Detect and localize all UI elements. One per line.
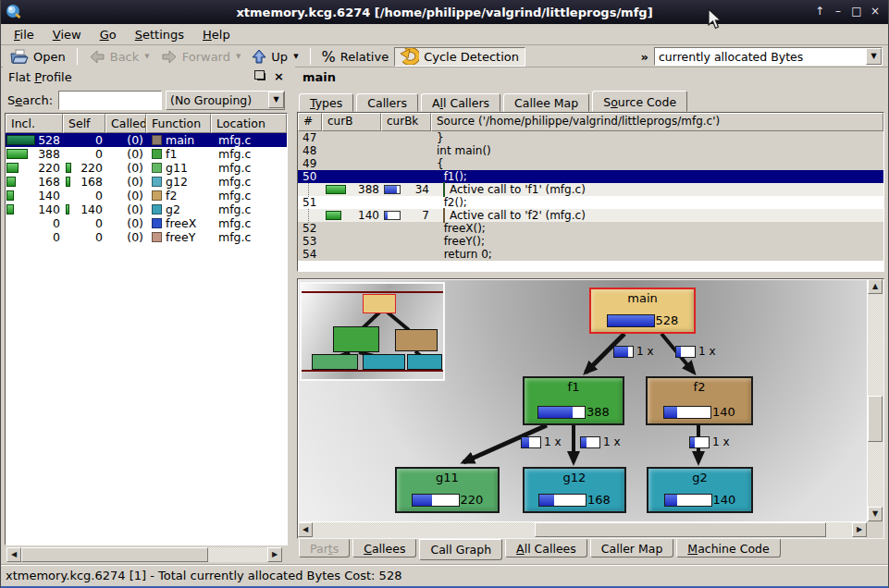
dock-close-icon[interactable]: ×	[274, 72, 284, 81]
overview-node-g11	[312, 354, 358, 370]
column-header-source[interactable]: Source ('/home/philippe/valgrind/littlep…	[431, 113, 883, 131]
open-button[interactable]: Open	[5, 47, 71, 67]
scrollbar-thumb[interactable]	[21, 547, 208, 562]
menu-settings[interactable]: Settings	[126, 26, 193, 43]
dock-float-icon[interactable]	[257, 73, 265, 80]
horizontal-scrollbar[interactable]: ◀ ▶	[298, 522, 867, 538]
graph-node-g2[interactable]: g2 140	[647, 467, 753, 513]
graph-node-g11[interactable]: g11 220	[395, 467, 500, 513]
toolbar-overflow-chevron[interactable]: »	[636, 50, 654, 64]
table-row[interactable]: 0 0 (0) freeX mfg.c	[6, 216, 287, 230]
table-row[interactable]: 168 168 (0) g12 mfg.c	[6, 175, 287, 189]
event-type-value: currently allocated Bytes	[655, 50, 866, 64]
chevron-down-icon[interactable]: ▼	[268, 92, 284, 108]
scroll-left-icon[interactable]: ◀	[298, 522, 313, 537]
event-type-select[interactable]: currently allocated Bytes ▼	[654, 47, 883, 66]
call-text: Active call to 'f2' (mfg.c)	[450, 209, 586, 222]
up-button[interactable]: Up ▼	[246, 47, 303, 67]
call-graph-canvas[interactable]: main 528 f1 388 f2 140 g11 220 g12 168	[299, 280, 867, 521]
scroll-down-icon[interactable]: ▼	[868, 507, 883, 521]
dock-header: Flat Profile ×	[3, 67, 290, 87]
chevron-down-icon[interactable]: ▼	[866, 48, 882, 65]
curbk-value: 7	[422, 209, 431, 222]
horizontal-scrollbar[interactable]: ◀ ▶	[6, 547, 282, 562]
table-row[interactable]: 220 220 (0) g11 mfg.c	[6, 161, 287, 175]
graph-overview-map[interactable]	[300, 282, 445, 381]
node-cost: 168	[587, 493, 611, 507]
scroll-left-icon[interactable]: ◀	[6, 547, 21, 562]
table-row[interactable]: 528 0 (0) main mfg.c	[6, 133, 287, 147]
maximize-button[interactable]: □	[849, 5, 864, 19]
back-button[interactable]: Back ▼	[83, 47, 155, 67]
menu-go[interactable]: Go	[91, 26, 126, 43]
column-header-function[interactable]: Function	[146, 114, 211, 133]
tab-parts[interactable]: Parts	[299, 539, 350, 557]
minimize-button[interactable]: –	[831, 5, 846, 19]
graph-node-g12[interactable]: g12 168	[523, 467, 626, 513]
scroll-up-icon[interactable]: ▲	[868, 279, 883, 294]
table-row[interactable]: 140 0 (0) f2 mfg.c	[6, 189, 287, 202]
menu-file[interactable]: File	[5, 26, 43, 43]
tab-all-callees[interactable]: All Callees	[505, 539, 587, 557]
table-row[interactable]: 0 0 (0) freeY mfg.c	[6, 230, 287, 244]
call-count: 1 x	[698, 345, 716, 358]
self-value: 0	[95, 230, 105, 244]
column-header-called[interactable]: Called	[105, 114, 146, 133]
tab-call-graph[interactable]: Call Graph	[419, 539, 502, 560]
source-call-line[interactable]: 140 7 Active call to 'f2' (mfg.c)	[298, 209, 883, 222]
scroll-right-icon[interactable]: ▶	[852, 522, 867, 537]
close-button[interactable]: ×	[868, 5, 883, 19]
table-row[interactable]: 140 140 (0) g2 mfg.c	[6, 202, 287, 216]
source-line[interactable]: 49{	[298, 157, 883, 170]
line-number: 50	[298, 170, 322, 183]
self-value: 220	[80, 161, 105, 175]
source-line[interactable]: 53 freeY();	[298, 235, 883, 248]
tab-callee-map[interactable]: Callee Map	[503, 93, 589, 112]
relative-button[interactable]: % Relative	[316, 47, 395, 67]
back-dropdown-icon[interactable]: ▼	[144, 53, 149, 60]
scrollbar-thumb[interactable]	[868, 396, 883, 442]
source-table-header: # curB curBk Source ('/home/philippe/val…	[298, 113, 883, 131]
tab-caller-map[interactable]: Caller Map	[590, 539, 674, 557]
up-dropdown-icon[interactable]: ▼	[293, 53, 298, 60]
column-header-location[interactable]: Location	[211, 114, 287, 133]
vertical-scrollbar[interactable]: ▲ ▼	[868, 279, 883, 521]
tab-callees[interactable]: Callees	[352, 539, 416, 557]
column-header-curbk[interactable]: curBk	[381, 113, 431, 131]
cycle-detection-button[interactable]: Cycle Detection	[394, 47, 525, 67]
source-line[interactable]: 51 f2();	[298, 196, 883, 209]
source-line[interactable]: 52 freeX();	[298, 222, 883, 235]
column-header-line[interactable]: #	[298, 113, 322, 131]
source-line[interactable]: 48int main()	[298, 144, 883, 157]
function-color-icon	[152, 204, 162, 214]
menu-view[interactable]: View	[43, 26, 91, 43]
called-value: (0)	[127, 202, 146, 216]
scroll-right-icon[interactable]: ▶	[267, 547, 282, 562]
graph-node-f1[interactable]: f1 388	[523, 376, 624, 425]
incl-bar	[6, 163, 19, 173]
scrollbar-thumb[interactable]	[535, 522, 826, 537]
shade-button[interactable]: ↑	[812, 5, 827, 19]
tab-all-callers[interactable]: All Callers	[421, 93, 500, 112]
graph-node-main[interactable]: main 528	[589, 288, 696, 334]
tab-machine-code[interactable]: Machine Code	[676, 539, 780, 557]
search-input[interactable]	[58, 91, 162, 110]
forward-button[interactable]: Forward ▼	[155, 47, 247, 67]
cycle-arrow-icon	[401, 48, 419, 65]
source-line-selected[interactable]: 50 f1();	[298, 170, 883, 183]
tab-types[interactable]: Types	[299, 93, 353, 112]
tab-callers[interactable]: Callers	[356, 93, 418, 112]
grouping-select[interactable]: (No Grouping) ▼	[166, 91, 285, 110]
source-line[interactable]: 47}	[298, 131, 883, 144]
column-header-incl[interactable]: Incl.	[6, 114, 63, 133]
node-label: g2	[692, 471, 708, 484]
table-row[interactable]: 388 0 (0) f1 mfg.c	[6, 147, 287, 161]
source-line[interactable]: 54 return 0;	[298, 248, 883, 261]
menu-help[interactable]: Help	[193, 26, 240, 43]
source-call-line[interactable]: 388 34 Active call to 'f1' (mfg.c)	[298, 183, 883, 196]
tab-source-code[interactable]: Source Code	[592, 91, 687, 112]
forward-dropdown-icon[interactable]: ▼	[236, 53, 241, 60]
column-header-self[interactable]: Self	[63, 114, 105, 133]
graph-node-f2[interactable]: f2 140	[646, 376, 753, 425]
column-header-curb[interactable]: curB	[322, 113, 381, 131]
